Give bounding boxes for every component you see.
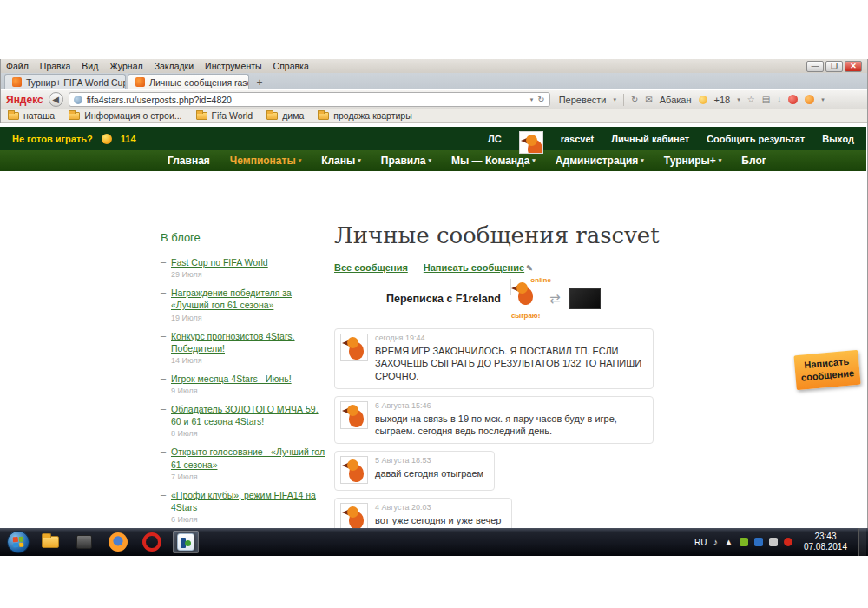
blog-post-link[interactable]: Fast Cup по FIFA World — [171, 256, 326, 268]
globe-icon — [74, 96, 82, 104]
message-item[interactable]: 5 Августа 18:53 давай сегодня отыграем — [334, 451, 495, 491]
adblock-icon[interactable] — [788, 95, 798, 104]
message-date: 5 Августа 18:53 — [375, 456, 483, 465]
taskbar-clock[interactable]: 23:43 07.08.2014 — [799, 532, 852, 553]
volume-icon[interactable]: ♪ — [713, 537, 719, 547]
menu-tools[interactable]: Инструменты — [205, 61, 261, 71]
menu-file[interactable]: Файл — [6, 61, 29, 71]
sync-icon[interactable]: ↻ — [631, 95, 638, 104]
blog-post-date: 8 Июля — [171, 429, 326, 438]
nav-administration[interactable]: Администрация — [556, 155, 644, 167]
screen: Файл Правка Вид Журнал Закладки Инструме… — [0, 0, 868, 608]
blog-post-link[interactable]: Обладатель ЗОЛОТОГО МЯЧА 59, 60 и 61 сез… — [171, 403, 326, 427]
minimize-button[interactable]: — — [806, 61, 824, 72]
menu-history[interactable]: Журнал — [109, 61, 142, 71]
folder-icon — [196, 112, 207, 120]
chevron-down-icon[interactable]: ▾ — [530, 96, 534, 103]
nav-home[interactable]: Главная — [168, 155, 210, 167]
hidden-icons-arrow[interactable]: ▲ — [724, 537, 733, 547]
menu-view[interactable]: Вид — [82, 61, 98, 71]
weather-temp[interactable]: +18 — [714, 95, 731, 105]
city-label[interactable]: Абакан — [660, 95, 692, 105]
blog-post-date: 6 Июля — [171, 515, 326, 524]
blog-sidebar: В блоге Fast Cup по FIFA World 29 Июля Н… — [161, 231, 326, 528]
extension-icon[interactable] — [805, 95, 814, 104]
not-ready-link[interactable]: Не готов играть? — [12, 134, 93, 144]
nav-rules[interactable]: Правила — [381, 155, 431, 167]
write-message-button[interactable]: Написать сообщение — [793, 350, 860, 390]
back-button[interactable]: ◀ — [49, 92, 63, 107]
message-item[interactable]: 4 Августа 20:03 вот уже сегодня и уже ве… — [334, 498, 512, 528]
reload-icon[interactable]: ↻ — [537, 95, 544, 104]
tab-tournament[interactable]: Турнир+ FIFA World Cup-... — [4, 74, 126, 89]
show-desktop-button[interactable] — [858, 528, 866, 556]
opera-taskbar-icon[interactable] — [139, 531, 165, 553]
bookmark-item[interactable]: Информация о строи... — [69, 110, 181, 121]
tab-title: Личные сообщения rascv... — [149, 77, 249, 88]
blog-post-link[interactable]: Конкурс прогнозистов 4Stars. Победители! — [171, 330, 326, 354]
nav-championships[interactable]: Чемпионаты — [230, 155, 301, 167]
maximize-button[interactable]: ❐ — [825, 61, 843, 72]
blog-post-link[interactable]: Игрок месяца 4Stars - Июнь! — [171, 373, 326, 385]
blog-post-link[interactable]: «Профи клубы», режим FIFA14 на 4Stars — [171, 489, 326, 513]
chevron-down-icon[interactable]: ▾ — [613, 96, 616, 103]
antivirus-tray-icon[interactable] — [740, 538, 748, 546]
menu-help[interactable]: Справка — [273, 61, 309, 71]
star-icon[interactable]: ☆ — [747, 95, 755, 104]
cabinet-link[interactable]: Личный кабинет — [611, 134, 689, 144]
translate-button[interactable]: Перевести — [559, 95, 607, 105]
utility-taskbar-icon[interactable] — [71, 531, 97, 553]
navigation-toolbar: Яндекс ◀ fifa4stars.ru/userposts.php?id=… — [1, 89, 867, 109]
app-tray-icon[interactable] — [769, 538, 778, 546]
bookmark-item[interactable]: продажа квартиры — [318, 110, 411, 121]
bookmarks-panel-icon[interactable]: ▤ — [762, 95, 770, 104]
notification-tray-icon[interactable] — [784, 538, 792, 546]
weather-icon — [699, 96, 707, 104]
chevron-down-icon[interactable]: ▾ — [737, 96, 740, 103]
network-tray-icon[interactable] — [754, 538, 763, 546]
parrot-avatar[interactable] — [510, 279, 511, 295]
language-indicator[interactable]: RU — [694, 538, 707, 547]
message-text: выходи на связь в 19 по мск. я пару часо… — [375, 413, 642, 438]
site-logo[interactable] — [519, 131, 543, 154]
blog-post-link[interactable]: Открыто голосование - «Лучший гол 61 сез… — [171, 446, 326, 470]
message-item[interactable]: сегодня 19:44 ВРЕМЯ ИГР ЗАКОНЧИЛОСЬ. Я П… — [334, 328, 654, 389]
mail-icon[interactable]: ✉ — [645, 95, 652, 104]
report-result-link[interactable]: Сообщить результат — [707, 134, 805, 144]
close-button[interactable]: ✕ — [845, 61, 862, 72]
yandex-logo[interactable]: Яндекс — [6, 94, 43, 106]
chevron-down-icon[interactable]: ▾ — [821, 96, 825, 103]
blog-post-link[interactable]: Награждение победителя за «Лучший гол 61… — [171, 287, 326, 311]
bookmark-item[interactable]: дима — [266, 110, 304, 121]
coins-count: 114 — [121, 134, 136, 144]
clock-time: 23:43 — [804, 532, 847, 543]
tab-messages[interactable]: Личные сообщения rascv... ✕ — [128, 74, 249, 89]
menu-bookmarks[interactable]: Закладки — [155, 61, 194, 71]
nav-team[interactable]: Мы — Команда — [451, 155, 536, 167]
tab-title: Турнир+ FIFA World Cup-... — [26, 77, 126, 88]
own-avatar[interactable] — [569, 288, 601, 309]
bookmark-item[interactable]: Fifa World — [196, 110, 253, 121]
opponent-avatar-block[interactable]: online сыграю! — [510, 280, 541, 318]
nav-blog[interactable]: Блог — [741, 155, 766, 167]
nav-clans[interactable]: Кланы — [321, 155, 361, 167]
new-tab-button[interactable]: + — [251, 76, 268, 89]
bookmark-item[interactable]: наташа — [8, 110, 55, 121]
swap-arrows-icon: ⇄ — [549, 291, 561, 307]
nav-tournaments[interactable]: Турниры+ — [664, 155, 721, 167]
explorer-taskbar-icon[interactable] — [37, 531, 63, 553]
username-link[interactable]: rascvet — [561, 134, 595, 144]
write-message-link[interactable]: Написать сообщение — [424, 262, 524, 273]
fifa-taskbar-icon[interactable] — [173, 531, 199, 553]
message-item[interactable]: 6 Августа 15:46 выходи на связь в 19 по … — [334, 396, 654, 445]
downloads-icon[interactable]: ↓ — [777, 95, 781, 104]
logout-link[interactable]: Выход — [822, 134, 854, 144]
menu-edit[interactable]: Правка — [40, 61, 70, 71]
url-bar[interactable]: fifa4stars.ru/userposts.php?id=4820 ▾ ↻ — [69, 92, 550, 107]
all-messages-link[interactable]: Все сообщения — [334, 262, 408, 273]
private-messages-link[interactable]: ЛС — [488, 134, 502, 144]
firefox-taskbar-icon[interactable] — [105, 531, 131, 553]
blog-title: В блоге — [161, 231, 326, 244]
blog-post-date: 29 Июля — [171, 270, 326, 279]
start-button[interactable] — [7, 531, 30, 553]
